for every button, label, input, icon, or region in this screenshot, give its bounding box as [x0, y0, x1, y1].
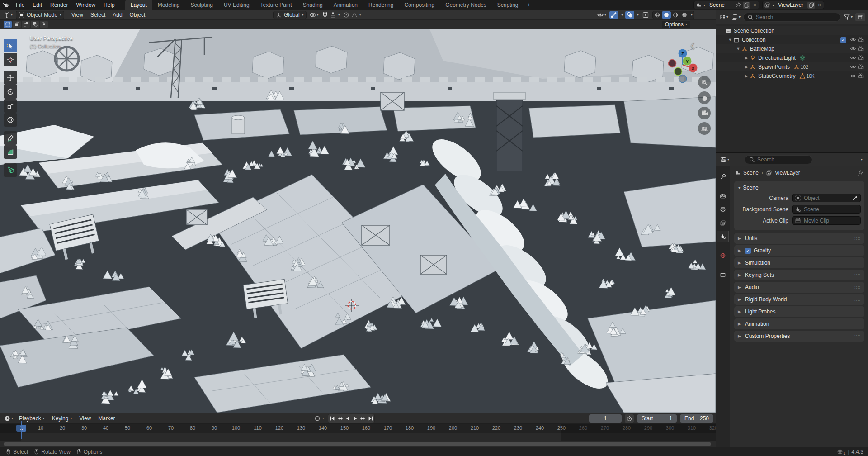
gizmos-toggle[interactable]: [609, 11, 618, 19]
timeline-menu-view[interactable]: View: [75, 415, 94, 422]
tab-sculpting[interactable]: Sculpting: [185, 0, 218, 10]
properties-editor-type-button[interactable]: ▾: [720, 156, 729, 163]
outliner-search-input[interactable]: [756, 14, 836, 20]
outliner-filter-dropdown[interactable]: ▾: [731, 14, 741, 21]
properties-search[interactable]: [745, 155, 812, 164]
viewlayer-name[interactable]: ViewLayer: [775, 2, 806, 8]
overlays-dropdown[interactable]: ▾: [637, 13, 639, 17]
proportional-editing-controls[interactable]: ▾: [343, 11, 361, 19]
select-mode-4[interactable]: [40, 21, 48, 28]
tool-select-box-button[interactable]: [4, 39, 17, 52]
expand-icon[interactable]: ▶: [743, 56, 750, 60]
play-button[interactable]: [351, 414, 359, 423]
blender-logo-icon[interactable]: [0, 1, 12, 9]
play-reverse-button[interactable]: [344, 414, 351, 423]
outliner-row-battlemap[interactable]: ▼BattleMap: [716, 44, 868, 53]
tool-move-button[interactable]: [4, 71, 17, 85]
tool-annotate-button[interactable]: [4, 131, 17, 145]
tab-rendering[interactable]: Rendering: [363, 0, 399, 10]
select-mode-2[interactable]: [22, 21, 30, 28]
jump-to-start-button[interactable]: [328, 414, 336, 423]
breadcrumb-viewlayer[interactable]: ViewLayer: [775, 170, 800, 176]
field-input-active-clip[interactable]: Movie Clip: [792, 216, 861, 225]
outliner-display-mode-dropdown[interactable]: ▾: [719, 14, 728, 21]
outliner-row-staticgeometry[interactable]: ▶StaticGeometry10K: [716, 71, 868, 81]
start-frame-field[interactable]: Start1: [637, 414, 677, 423]
outliner-item-label[interactable]: BattleMap: [750, 46, 774, 52]
timeline-menu-keying[interactable]: Keying▾: [48, 415, 76, 422]
outliner-item-label[interactable]: StaticGeometry: [758, 73, 796, 79]
menu-window[interactable]: Window: [72, 0, 99, 10]
section-light-probes[interactable]: ▶Light Probes::::: [734, 306, 864, 317]
section-audio[interactable]: ▶Audio::::: [734, 282, 864, 293]
shading-material-button[interactable]: [671, 11, 680, 19]
section-gravity[interactable]: ▶✓Gravity::::: [734, 245, 864, 256]
properties-search-input[interactable]: [757, 157, 808, 163]
drag-handle[interactable]: ::::: [854, 248, 861, 253]
mode-dropdown[interactable]: Object Mode ▾: [16, 11, 64, 19]
grid-toggle-button[interactable]: [698, 122, 711, 135]
field-input-camera[interactable]: Object: [792, 194, 861, 202]
drag-handle[interactable]: ::::: [854, 309, 861, 314]
tab-layout[interactable]: Layout: [125, 0, 152, 10]
select-mode-0[interactable]: [4, 21, 12, 28]
tool-transform-button[interactable]: [4, 113, 17, 127]
shading-rendered-button[interactable]: [680, 11, 689, 19]
jump-to-end-button[interactable]: [367, 414, 374, 423]
tool-scale-button[interactable]: [4, 99, 17, 113]
timeline-scrollbar[interactable]: [0, 441, 716, 447]
transform-orientation-dropdown[interactable]: Global ▾: [273, 11, 307, 19]
scene-selector[interactable]: ▾ Scene ✕: [693, 1, 760, 9]
outliner-item-label[interactable]: Collection: [742, 37, 766, 43]
snap-controls[interactable]: ▾: [321, 11, 340, 19]
section-units[interactable]: ▶Units::::: [734, 233, 864, 244]
section-keying-sets[interactable]: ▶Keying Sets::::: [734, 270, 864, 280]
options-dropdown[interactable]: Options▾: [662, 21, 690, 28]
auto-keying-button[interactable]: ▾: [314, 415, 324, 422]
tool-add-cube-button[interactable]: [4, 163, 17, 177]
tab-world-button[interactable]: [717, 250, 729, 261]
viewport-3d[interactable]: User Perspective (1) Collection ❮ Z Y X: [0, 29, 716, 413]
timeline-editor-type-button[interactable]: ▾: [0, 415, 15, 422]
section-simulation[interactable]: ▶Simulation::::: [734, 257, 864, 268]
tab-render-button[interactable]: [717, 190, 729, 202]
timeline-menu-marker[interactable]: Marker: [94, 415, 118, 422]
select-mode-3[interactable]: [31, 21, 39, 28]
new-scene-button[interactable]: [743, 2, 750, 9]
disable-in-renders-toggle[interactable]: [857, 64, 864, 70]
scene-name[interactable]: Scene: [707, 2, 734, 8]
section-rigid-body-world[interactable]: ▶Rigid Body World::::: [734, 294, 864, 305]
hide-in-viewport-toggle[interactable]: [849, 73, 857, 79]
section-animation[interactable]: ▶Animation::::: [734, 318, 864, 329]
viewlayer-icon[interactable]: [764, 2, 770, 8]
outliner-row-directionallight[interactable]: ▶DirectionalLight: [716, 53, 868, 62]
drag-handle[interactable]: ::::: [854, 285, 861, 290]
new-collection-button[interactable]: [855, 13, 865, 21]
add-workspace-button[interactable]: +: [524, 0, 534, 10]
tab-animation[interactable]: Animation: [328, 0, 363, 10]
viewlayer-selector[interactable]: ▾ ViewLayer ✕: [762, 1, 824, 9]
drag-handle[interactable]: ::::: [854, 334, 861, 338]
visibility-dropdown[interactable]: ▾: [596, 11, 607, 19]
viewport-menu-view[interactable]: View: [68, 12, 87, 18]
xray-toggle[interactable]: [641, 11, 650, 19]
pin-icon[interactable]: [857, 170, 863, 176]
viewport-scene[interactable]: [0, 29, 716, 413]
new-viewlayer-button[interactable]: [807, 2, 815, 9]
outliner-row-collection[interactable]: ▼Collection✓: [716, 35, 868, 44]
disable-in-renders-toggle[interactable]: [857, 37, 864, 43]
disable-in-renders-toggle[interactable]: [857, 55, 864, 61]
hide-in-viewport-toggle[interactable]: [849, 46, 857, 52]
tab-uv-editing[interactable]: UV Editing: [218, 0, 255, 10]
outliner-filter-funnel-dropdown[interactable]: ▾: [843, 14, 853, 21]
breadcrumb-scene[interactable]: Scene: [743, 170, 759, 176]
hide-in-viewport-toggle[interactable]: [849, 64, 857, 70]
pivot-point-dropdown[interactable]: ▾: [309, 11, 319, 19]
menu-edit[interactable]: Edit: [28, 0, 46, 10]
tab-collection-button[interactable]: [717, 269, 729, 280]
tab-output-button[interactable]: [717, 204, 729, 215]
scrollbar-thumb[interactable]: [4, 442, 711, 446]
tab-compositing[interactable]: Compositing: [399, 0, 440, 10]
pan-hand-button[interactable]: [698, 91, 711, 104]
tool-measure-button[interactable]: [4, 145, 17, 159]
